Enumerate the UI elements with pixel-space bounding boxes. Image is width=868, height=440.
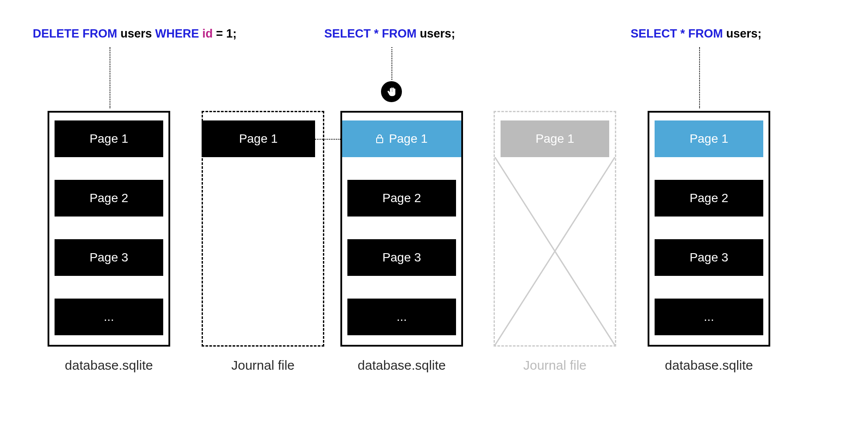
page-1-db3: Page 1: [655, 120, 763, 157]
table-users: users: [117, 27, 155, 40]
keyword-select-from-1: SELECT * FROM: [324, 27, 417, 40]
svg-rect-0: [377, 138, 383, 143]
table-users-3: users;: [723, 27, 762, 40]
page-3-db1: Page 3: [55, 239, 163, 276]
page-1-journal2: Page 1: [501, 120, 609, 157]
sqlite-journal-diagram: DELETE FROM users WHERE id = 1; SELECT *…: [0, 0, 868, 440]
connector-q3: [699, 47, 700, 108]
page-3-db2: Page 3: [347, 239, 456, 276]
hand-icon: [386, 86, 397, 97]
caption-db2: database.sqlite: [340, 358, 463, 373]
caption-journal1: Journal file: [202, 358, 324, 373]
db-box-1: Page 1 Page 2 Page 3 ...: [48, 111, 170, 347]
page-1-db1: Page 1: [55, 120, 163, 157]
caption-db3: database.sqlite: [648, 358, 770, 373]
page-1-journal1: Page 1: [202, 120, 315, 157]
keyword-where: WHERE: [155, 27, 199, 40]
page-2-db1: Page 2: [55, 180, 163, 217]
connector-q1: [110, 47, 110, 108]
page-more-db3: ...: [655, 299, 763, 335]
db-box-2: Page 1 Page 2 Page 3 ...: [340, 111, 463, 347]
stop-icon: [381, 81, 402, 102]
table-users-2: users;: [417, 27, 456, 40]
page-more-db2: ...: [347, 299, 456, 335]
keyword-delete-from: DELETE FROM: [33, 27, 117, 40]
connector-q2: [391, 47, 392, 80]
query-select-2: SELECT * FROM users;: [631, 27, 762, 41]
page-more-db1: ...: [55, 299, 163, 335]
query-delete: DELETE FROM users WHERE id = 1;: [33, 27, 237, 41]
keyword-select-from-2: SELECT * FROM: [631, 27, 723, 40]
caption-journal2: Journal file: [494, 358, 616, 373]
column-id: id: [199, 27, 213, 40]
page-1-db2-locked: Page 1: [342, 120, 461, 157]
query-select-1: SELECT * FROM users;: [324, 27, 455, 41]
cross-out-x: [494, 157, 616, 347]
lock-icon: [376, 134, 384, 144]
caption-db1: database.sqlite: [48, 358, 170, 373]
page-3-db3: Page 3: [655, 239, 763, 276]
connector-journal-to-db2: [315, 139, 340, 140]
page-2-db2: Page 2: [347, 180, 456, 217]
eq-part: = 1;: [213, 27, 237, 40]
page-2-db3: Page 2: [655, 180, 763, 217]
db-box-3: Page 1 Page 2 Page 3 ...: [648, 111, 770, 347]
